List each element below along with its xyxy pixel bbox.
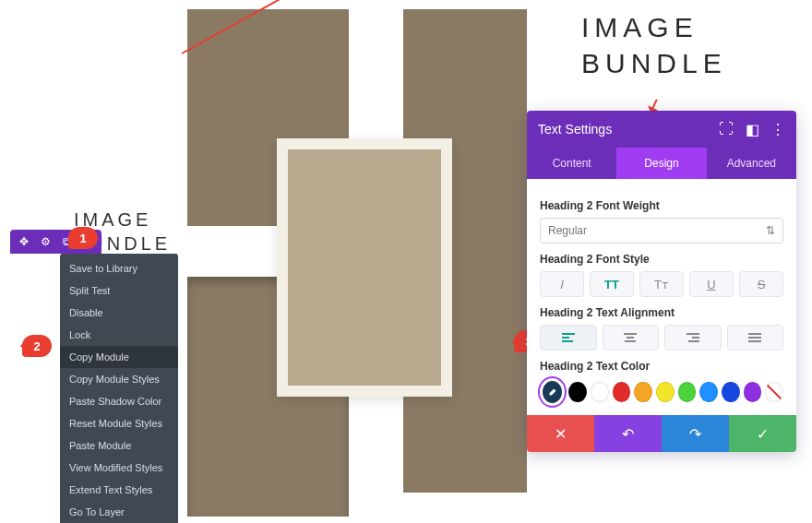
context-menu-item[interactable]: Lock — [60, 324, 178, 346]
align-right-button[interactable] — [664, 325, 722, 351]
panel-title: Text Settings — [538, 122, 612, 137]
text-color-label: Heading 2 Text Color — [540, 360, 783, 373]
font-weight-label: Heading 2 Font Weight — [540, 199, 783, 212]
context-menu-item[interactable]: Disable — [60, 302, 178, 324]
font-style-label: Heading 2 Font Style — [540, 253, 783, 266]
context-menu-item[interactable]: Reset Module Styles — [60, 412, 178, 434]
smallcaps-button[interactable]: Tᴛ — [639, 271, 684, 297]
color-swatch[interactable] — [568, 382, 587, 402]
color-swatch[interactable] — [634, 382, 652, 402]
annotation-callout-1: 1 — [68, 227, 98, 249]
more-vertical-icon[interactable]: ⋮ — [770, 121, 785, 138]
uppercase-button[interactable]: TT — [590, 271, 634, 297]
context-menu-item[interactable]: Save to Library — [60, 257, 178, 279]
color-swatch[interactable] — [699, 382, 718, 402]
text-settings-panel: Text Settings ⛶ ◧ ⋮ Content Design Advan… — [527, 111, 796, 452]
panel-header: Text Settings ⛶ ◧ ⋮ — [527, 111, 796, 148]
close-button[interactable]: ✕ — [527, 415, 594, 452]
color-swatch[interactable] — [656, 382, 675, 402]
color-swatch[interactable] — [613, 382, 631, 402]
italic-button[interactable]: I — [540, 271, 584, 297]
align-justify-button[interactable] — [727, 325, 784, 351]
color-swatch[interactable] — [678, 382, 697, 402]
context-menu-item[interactable]: View Modified Styles — [60, 457, 178, 479]
align-center-button[interactable] — [603, 325, 660, 351]
strikethrough-button[interactable]: S — [739, 271, 783, 297]
context-menu-item[interactable]: Extend Text Styles — [60, 479, 178, 501]
context-menu-item[interactable]: Paste Shadow Color — [60, 390, 178, 412]
color-swatch-none[interactable] — [765, 382, 783, 402]
color-swatch[interactable] — [722, 382, 740, 402]
context-menu-item[interactable]: Copy Module — [60, 346, 178, 368]
redo-button[interactable]: ↷ — [662, 415, 729, 452]
tab-design[interactable]: Design — [616, 148, 706, 179]
undo-button[interactable]: ↶ — [594, 415, 662, 452]
gear-icon[interactable]: ⚙ — [39, 235, 52, 248]
color-swatch[interactable] — [744, 382, 762, 402]
panel-tabs: Content Design Advanced — [527, 148, 796, 179]
columns-icon[interactable]: ◧ — [745, 121, 759, 138]
gallery-image-framed — [277, 138, 452, 397]
panel-footer: ✕ ↶ ↷ ✓ — [527, 415, 796, 452]
font-weight-value: Regular — [548, 224, 587, 237]
font-weight-select[interactable]: Regular ⇅ — [540, 218, 783, 244]
move-icon[interactable]: ✥ — [18, 235, 30, 248]
color-picker-button[interactable] — [540, 378, 565, 406]
alignment-label: Heading 2 Text Alignment — [540, 306, 783, 319]
image-bundle-title-right: IMAGE BUNDLE — [581, 9, 727, 81]
color-swatch[interactable] — [591, 382, 609, 402]
context-menu-item[interactable]: Copy Module Styles — [60, 368, 178, 390]
align-left-button[interactable] — [540, 325, 597, 351]
tab-content[interactable]: Content — [527, 148, 616, 179]
context-menu-item[interactable]: Paste Module — [60, 434, 178, 457]
context-menu-item[interactable]: Go To Layer — [60, 501, 178, 523]
expand-icon[interactable]: ⛶ — [719, 121, 734, 138]
context-menu: Save to LibrarySplit TestDisableLockCopy… — [60, 254, 178, 523]
annotation-callout-2: 2 — [22, 335, 52, 357]
chevron-updown-icon: ⇅ — [766, 224, 775, 237]
eyedropper-icon — [546, 386, 559, 398]
context-menu-item[interactable]: Split Test — [60, 279, 178, 302]
tab-advanced[interactable]: Advanced — [707, 148, 796, 179]
confirm-button[interactable]: ✓ — [729, 415, 796, 452]
underline-button[interactable]: U — [689, 271, 734, 297]
